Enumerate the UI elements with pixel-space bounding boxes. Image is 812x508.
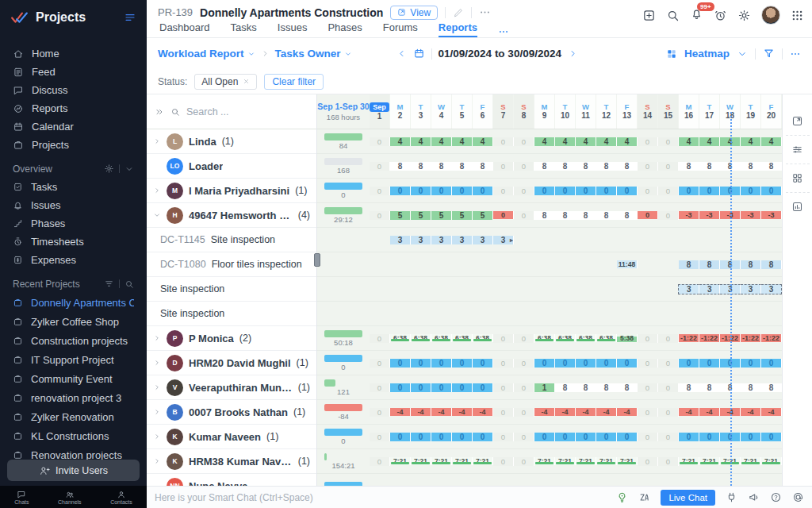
task-row[interactable]: DC-T1080Floor tiles inspection [147,252,316,277]
day-cell[interactable]: 3▸ [493,236,514,244]
day-cell[interactable]: 8 [534,162,555,171]
day-cell[interactable]: 0 [473,359,493,368]
plus-square-icon[interactable] [642,9,656,22]
day-cell[interactable]: 8 [761,162,782,171]
day-cell[interactable]: 8 [390,162,411,171]
tab-phases[interactable]: Phases [327,21,362,37]
search-icon[interactable] [666,9,680,22]
day-cell[interactable]: 3 [741,284,761,294]
help-icon[interactable] [770,491,782,503]
day-cell[interactable]: 5 [390,211,411,220]
day-cell[interactable]: 0 [431,383,452,392]
day-cell[interactable]: 7:21 [761,457,782,465]
status-filter-chip[interactable]: All Open [194,74,257,90]
clear-filter-button[interactable]: Clear filter [264,74,324,90]
day-cell[interactable]: 7:21 [617,457,638,465]
timer-icon[interactable] [714,9,727,22]
day-cell[interactable]: 0 [741,359,761,368]
day-cell[interactable]: 0 [638,211,658,219]
day-cell[interactable]: 6:38 [390,334,411,342]
day-cell[interactable]: 0 [679,187,699,195]
day-cell[interactable]: -4 [699,408,720,416]
day-cell[interactable]: -4 [452,408,473,416]
day-cell[interactable]: 7:21 [576,457,596,465]
day-cell[interactable]: 3 [473,236,493,244]
view-button[interactable]: View [390,6,438,20]
day-cell[interactable]: 0 [617,187,638,195]
collapse-icon[interactable] [153,211,161,219]
day-cell[interactable]: -4 [431,408,452,416]
sidebar-item-reports[interactable]: Reports [0,99,147,117]
day-cell[interactable]: 0 [411,187,431,195]
day-cell[interactable]: 3 [678,284,699,294]
recent-project-item[interactable]: Construction projects [0,331,147,350]
day-cell[interactable]: 0 [534,187,555,195]
live-chat-button[interactable]: Live Chat [661,490,715,506]
day-cell[interactable]: -4 [761,408,782,416]
member-row[interactable]: NNNune Navya [147,474,316,486]
sidebar-item-tasks[interactable]: Tasks [0,178,147,196]
day-cell[interactable]: 1 [534,383,555,392]
bulb-icon[interactable] [616,491,628,503]
task-row[interactable]: Site inspection [147,302,316,326]
day-cell[interactable]: -4 [679,408,699,416]
day-cell[interactable]: 0 [473,383,493,392]
expand-icon[interactable] [153,457,161,465]
day-cell[interactable]: 4 [699,137,720,146]
day-cell[interactable]: 4 [596,137,617,146]
recent-project-item[interactable]: IT Support Project [0,350,147,369]
day-cell[interactable]: 7:21 [555,457,576,465]
expand-icon[interactable] [153,137,161,145]
day-cell[interactable]: 8 [699,260,720,269]
grid-squares-button[interactable] [786,164,810,193]
day-cell[interactable]: 3 [390,236,411,244]
day-cell[interactable]: 3 [431,236,452,244]
member-row[interactable]: VVeeraputhiran Muniyasa...(1) [147,375,316,400]
recent-project-item[interactable]: KL Constructions [0,426,147,445]
day-cell[interactable]: -1:22 [679,334,699,342]
day-cell[interactable]: 0 [699,359,720,368]
day-cell[interactable]: 0 [473,433,493,441]
member-row[interactable]: DHRM20 David Mughil(1) [147,351,316,375]
day-cell[interactable]: 0 [761,187,782,195]
day-cell[interactable]: 0 [741,433,761,441]
day-cell[interactable]: 0 [555,187,576,195]
day-cell[interactable]: -4 [555,408,576,416]
more-options-icon[interactable] [790,48,801,60]
day-cell[interactable]: 6:38 [411,334,431,342]
day-cell[interactable]: 6:38 [431,334,452,342]
day-cell[interactable]: 8 [431,162,452,171]
day-cell[interactable]: 4 [679,137,699,146]
day-cell[interactable]: 8 [576,162,596,171]
day-cell[interactable]: 8 [699,162,720,171]
day-cell[interactable]: 0 [390,383,411,392]
day-cell[interactable]: 0 [555,359,576,368]
more-options-icon[interactable] [479,6,491,18]
day-cell[interactable]: -4 [596,408,617,416]
day-cell[interactable]: 8 [741,260,761,269]
day-cell[interactable]: 0 [761,359,782,368]
sidebar-item-discuss[interactable]: Discuss [0,81,147,99]
day-cell[interactable]: -3 [699,211,720,219]
day-cell[interactable]: 0 [452,187,473,195]
member-row[interactable]: KHRM38 Kumar Naveen(1) [147,449,316,474]
zia-icon[interactable] [638,491,650,503]
day-cell[interactable]: 0 [617,359,638,368]
day-cell[interactable]: 4 [761,137,782,146]
day-cell[interactable]: 5 [473,211,493,220]
day-cell[interactable]: 5 [452,211,473,220]
day-cell[interactable]: 4 [431,137,452,146]
member-row[interactable]: PP Monica(2) [147,326,316,351]
day-cell[interactable]: -1:22 [761,334,782,342]
day-cell[interactable]: -4 [534,408,555,416]
day-cell[interactable]: 0 [699,433,720,441]
dock-chats[interactable]: Chats [14,490,29,505]
day-cell[interactable]: 0 [761,433,782,441]
project-search-icon[interactable] [124,279,134,289]
day-cell[interactable]: 8 [761,260,782,269]
edit-pencil-icon[interactable] [453,7,464,18]
tab-reports[interactable]: Reports [439,21,477,37]
day-cell[interactable]: 8 [596,211,617,220]
day-cell[interactable]: 8 [555,162,576,171]
day-cell[interactable]: 7:21 [390,457,411,465]
